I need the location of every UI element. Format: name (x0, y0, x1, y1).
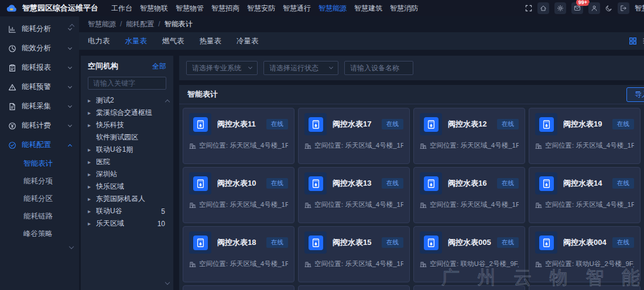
org-tree-node[interactable]: 东莞国际机器人 (81, 193, 173, 205)
system-select-placeholder: 请选择专业系统 (192, 63, 241, 73)
sidebar-subitem[interactable]: 智能表计 (0, 155, 79, 172)
building-icon (420, 142, 427, 149)
device-card[interactable]: 阀控水表18 在线 空间位置: 乐天区域_4号楼_1F_102 (183, 226, 294, 282)
org-tree-node[interactable]: 医院 (81, 156, 173, 168)
sidebar-item[interactable]: 能耗分析 (0, 19, 79, 39)
device-location-text: 空间位置: 联动U谷_2号楼_9F_办公区 (545, 260, 634, 268)
org-tree-node[interactable]: 联动U谷 5 (81, 205, 173, 217)
sidebar-subitem[interactable]: 能耗分项 (0, 172, 79, 190)
breadcrumb-item[interactable]: 能耗配置 (126, 19, 164, 29)
expand-arrow-icon[interactable] (88, 220, 93, 227)
device-card[interactable] (529, 285, 640, 290)
nav-item[interactable]: 智慧消防 (390, 4, 418, 13)
expand-arrow-icon[interactable] (88, 159, 93, 165)
sidebar-subitem[interactable]: 能耗分区 (0, 190, 79, 207)
org-all-link[interactable]: 全部 (152, 62, 166, 71)
sidebar-subitem[interactable]: 能耗链路 (0, 207, 79, 225)
expand-arrow-icon[interactable] (88, 196, 93, 202)
org-tree-node[interactable]: 联动U谷1期 (81, 144, 173, 156)
device-card[interactable]: 阀控水表11 在线 空间位置: 乐天区域_4号楼_1F_102 (183, 108, 294, 164)
device-card[interactable]: 阀控水表13 在线 空间位置: 乐天区域_4号楼_1F_102 (298, 167, 410, 223)
sidebar-subitem[interactable]: 峰谷策略 (0, 225, 79, 243)
status-select[interactable]: 请选择运行状态 (263, 61, 338, 75)
sidebar-scroll-down-icon[interactable] (0, 243, 79, 248)
tree-scroll-up-icon[interactable] (166, 95, 169, 106)
filter-bar: 请选择专业系统 请选择运行状态 (179, 56, 644, 80)
device-card[interactable]: 阀控水表19 在线 空间位置: 乐天区域_4号楼_1F_102 (529, 108, 640, 164)
settings-button[interactable] (554, 2, 566, 14)
moon-icon[interactable] (605, 5, 612, 12)
breadcrumb-item[interactable]: 智慧能源 (88, 19, 126, 29)
system-select[interactable]: 请选择专业系统 (186, 61, 258, 75)
nav-item[interactable]: 智慧安防 (247, 4, 275, 13)
building-icon (535, 142, 542, 149)
org-tree-node[interactable]: 快乐区域 (81, 180, 173, 193)
nav-item[interactable]: 智慧能源 (318, 4, 347, 13)
device-card[interactable]: 阀控水表16 在线 空间位置: 乐天区域_4号楼_1F_102 (413, 167, 525, 223)
device-name-input[interactable] (344, 61, 413, 75)
expand-arrow-icon[interactable] (88, 171, 93, 178)
expand-arrow-icon[interactable] (88, 122, 93, 128)
fullscreen-icon[interactable] (525, 5, 532, 12)
device-card[interactable]: 阀控水表004 在线 空间位置: 联动U谷_2号楼_9F_办公区 (529, 226, 640, 282)
sidebar-item[interactable]: 能耗采集 (0, 97, 79, 116)
device-card[interactable]: 阀控水表10 在线 空间位置: 乐天区域_4号楼_1F_102 (183, 167, 294, 223)
device-card[interactable]: 阀控水表14 在线 空间位置: 乐天区域_4号楼_1F_102 (529, 167, 640, 223)
nav-item[interactable]: 智慧物管 (176, 4, 204, 13)
org-tree-node-label: 乐天区域 (96, 219, 124, 228)
device-card[interactable] (413, 285, 525, 290)
notifications-button[interactable]: 99+ (571, 2, 583, 14)
meter-type-tab[interactable]: 水量表 (125, 36, 148, 46)
nav-item[interactable]: 智慧物联 (140, 4, 168, 13)
meter-type-tab[interactable]: 热量表 (200, 36, 222, 46)
chevron-icon (68, 144, 72, 148)
breadcrumb-item[interactable]: 智能表计 (165, 19, 193, 29)
org-tree-node[interactable]: 测试2 (81, 94, 173, 107)
org-tree-node[interactable]: 深圳站 (81, 168, 173, 180)
meter-type-tab[interactable]: 燃气表 (162, 36, 184, 46)
expand-arrow-icon[interactable] (88, 146, 93, 153)
device-card[interactable]: 阀控水表15 在线 空间位置: 乐天区域_4号楼_1F_102 (298, 226, 410, 282)
nav-item[interactable]: 智慧招商 (211, 4, 239, 13)
chevron-icon (68, 64, 72, 69)
device-name: 阀控水表12 (448, 119, 487, 129)
home-button[interactable] (537, 2, 549, 14)
status-badge: 在线 (266, 178, 288, 189)
nav-item[interactable]: 工作台 (111, 4, 132, 13)
device-card[interactable]: 阀控水表17 在线 空间位置: 乐天区域_4号楼_1F_102 (298, 108, 410, 164)
status-badge: 在线 (612, 178, 634, 189)
meter-type-tab[interactable]: 冷量表 (237, 36, 259, 46)
org-tree-node-label: 东莞国际机器人 (96, 194, 145, 204)
cloud-logo-icon (6, 4, 18, 12)
import-button[interactable]: 导入 (626, 87, 644, 102)
sidebar-item[interactable]: 能耗预警 (0, 77, 79, 97)
sidebar-item[interactable]: 能耗计费 (0, 116, 79, 135)
org-tree-node[interactable]: 软件测试园区 (81, 131, 173, 144)
device-card[interactable]: 阀控水表005 在线 空间位置: 联动U谷_2号楼_9F_办公区 (413, 226, 525, 282)
water-meter-icon (535, 172, 557, 195)
device-card[interactable] (183, 285, 294, 290)
meter-type-tab[interactable]: 电力表 (88, 36, 110, 46)
sidebar-item[interactable]: 能耗配置 (0, 135, 79, 155)
expand-arrow-icon[interactable] (88, 208, 93, 214)
org-tree-node[interactable]: 乐天区域 10 (81, 217, 173, 230)
device-location: 空间位置: 乐天区域_4号楼_1F_102 (420, 200, 519, 209)
nav-item[interactable]: 智慧建筑 (354, 4, 382, 13)
exit-button[interactable] (618, 2, 629, 14)
nav-item[interactable]: 智慧通行 (283, 4, 311, 13)
user-button[interactable] (588, 2, 600, 14)
org-search-input[interactable] (88, 77, 166, 90)
expand-arrow-icon[interactable] (88, 97, 93, 104)
org-tree-node[interactable]: 棠溪综合交通枢纽 (81, 107, 173, 119)
expand-arrow-icon[interactable] (88, 183, 93, 190)
sidebar-item[interactable]: 能耗报表 (0, 58, 79, 77)
meter-type-tabs: 电力表水量表燃气表热量表冷量表 (88, 36, 259, 46)
tree-scroll-down-icon[interactable] (166, 276, 169, 286)
device-card[interactable] (298, 285, 410, 290)
org-tree-node[interactable]: 快乐科技 (81, 119, 173, 131)
device-card[interactable]: 阀控水表12 在线 空间位置: 乐天区域_4号楼_1F_102 (413, 108, 525, 164)
grid-view-icon[interactable] (629, 37, 637, 45)
building-icon (189, 142, 196, 149)
expand-arrow-icon[interactable] (88, 110, 93, 116)
sidebar-item[interactable]: 能效分析 (0, 39, 79, 58)
